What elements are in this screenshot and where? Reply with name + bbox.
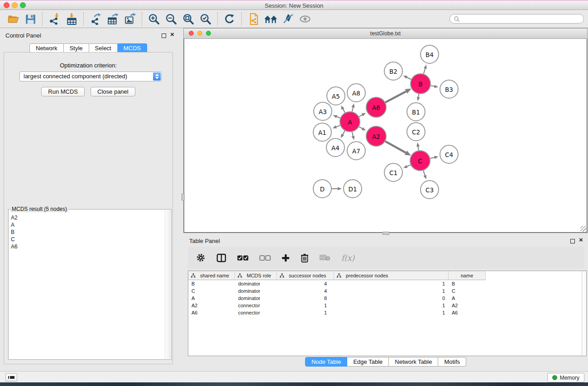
control-panel-title: Control Panel xyxy=(5,32,41,39)
add-row-button[interactable] xyxy=(282,254,290,262)
save-session-button[interactable] xyxy=(22,11,39,27)
table-row[interactable]: Bdominator41B xyxy=(188,280,586,287)
table-cell: A xyxy=(449,295,486,302)
search-box[interactable] xyxy=(449,14,584,24)
result-scrollbar[interactable] xyxy=(165,210,171,359)
column-header-name[interactable]: name xyxy=(449,271,486,280)
tab-network[interactable]: Network xyxy=(29,43,64,53)
export-table-button[interactable] xyxy=(104,11,121,27)
edge-C-C3[interactable] xyxy=(423,171,425,176)
export-image-button[interactable] xyxy=(121,11,139,27)
table-cell: 1 xyxy=(334,309,449,316)
close-table-panel-icon[interactable]: × xyxy=(579,236,583,244)
zoom-in-button[interactable] xyxy=(145,11,163,27)
import-network-button[interactable] xyxy=(46,11,63,27)
network-window-titlebar[interactable]: testGlobe.txt xyxy=(184,29,587,39)
mcds-result-item[interactable]: C xyxy=(10,236,164,243)
task-history-button[interactable] xyxy=(5,373,17,381)
tab-edge-table[interactable]: Edge Table xyxy=(347,357,389,367)
memory-button[interactable]: Memory xyxy=(547,373,584,382)
table-row[interactable]: A6connector11A6 xyxy=(188,309,586,316)
edge-arrow xyxy=(338,187,342,191)
column-header-shared-name[interactable]: shared name xyxy=(188,271,235,280)
close-panel-icon[interactable]: × xyxy=(170,30,174,38)
edge-A-A3[interactable] xyxy=(337,117,340,118)
table-scrollbar[interactable] xyxy=(582,271,586,356)
edge-C-C1[interactable] xyxy=(407,165,411,166)
export-network-button[interactable] xyxy=(87,11,104,27)
edge-B-B2[interactable] xyxy=(407,77,411,79)
network-canvas[interactable]: B4B2BB3B1A5A8A6A3AA1C2A4A7A2C4CC1C3DD1 xyxy=(184,39,587,233)
resize-grip[interactable] xyxy=(580,226,586,232)
float-table-panel-icon[interactable] xyxy=(570,239,575,243)
new-network-from-selection-button[interactable] xyxy=(245,11,262,27)
edge-A-A5[interactable] xyxy=(343,109,345,113)
show-columns-button[interactable] xyxy=(216,253,226,262)
run-mcds-button[interactable]: Run MCDS xyxy=(41,87,85,96)
splitter-handle-bottom[interactable] xyxy=(382,232,389,235)
edge-C-C4[interactable] xyxy=(430,157,435,158)
edge-arrow xyxy=(352,136,355,140)
tab-node-table[interactable]: Node Table xyxy=(305,357,348,367)
edge-B-B3[interactable] xyxy=(431,86,435,86)
edge-A-A2[interactable] xyxy=(359,127,362,129)
mcds-result-item[interactable]: B xyxy=(10,229,164,236)
edge-A2-C[interactable] xyxy=(385,141,406,152)
houses-button[interactable] xyxy=(262,11,279,27)
select-all-button[interactable] xyxy=(237,255,249,261)
edge-C-C2[interactable] xyxy=(418,147,419,151)
control-panel-tabs: NetworkStyleSelectMCDS xyxy=(29,43,147,53)
table-row[interactable]: Cdominator41C xyxy=(188,287,586,295)
deselect-all-button[interactable] xyxy=(259,255,271,261)
tab-motifs[interactable]: Motifs xyxy=(438,357,466,367)
edge-A-A4[interactable] xyxy=(343,131,345,134)
edge-B-B1[interactable] xyxy=(418,94,419,97)
tab-style[interactable]: Style xyxy=(64,43,89,53)
edge-A-A6[interactable] xyxy=(359,115,362,117)
edge-B-B4[interactable] xyxy=(424,69,425,74)
mcds-result-item[interactable]: A2 xyxy=(10,214,164,221)
hide-annotations-button[interactable] xyxy=(279,11,296,27)
column-header-predecessor-nodes[interactable]: predecessor nodes xyxy=(334,271,449,280)
show-details-eye-button[interactable] xyxy=(296,11,314,27)
table-cell: 1 xyxy=(334,302,449,309)
column-header-successor-nodes[interactable]: successor nodes xyxy=(277,271,334,280)
edge-A-A8[interactable] xyxy=(352,107,353,111)
optimization-criterion-select[interactable]: largest connected component (directed) xyxy=(19,71,162,81)
app-titlebar: Session: New Session xyxy=(0,1,588,10)
mcds-result-item[interactable]: A6 xyxy=(10,243,164,250)
open-file-button[interactable] xyxy=(5,11,22,27)
splitter-handle-left[interactable] xyxy=(182,194,185,200)
delete-table-button[interactable] xyxy=(320,254,330,261)
zoom-selected-button[interactable] xyxy=(197,11,214,27)
float-panel-icon[interactable] xyxy=(162,33,166,38)
zoom-fit-button[interactable] xyxy=(180,11,197,27)
edge-A-A7[interactable] xyxy=(352,132,353,136)
refresh-button[interactable] xyxy=(221,11,238,27)
close-panel-button[interactable]: Close panel xyxy=(91,87,135,96)
table-row[interactable]: A2connector11A2 xyxy=(188,302,586,309)
plus-icon xyxy=(282,254,290,262)
delete-row-button[interactable] xyxy=(301,253,309,262)
zoom-out-button[interactable] xyxy=(163,11,180,27)
edge-A-A1[interactable] xyxy=(336,125,340,127)
import-table-button[interactable] xyxy=(63,11,80,27)
zoom-in-icon xyxy=(148,13,160,25)
tab-select[interactable]: Select xyxy=(89,43,118,53)
edge-arrow xyxy=(417,97,420,101)
tab-network-table[interactable]: Network Table xyxy=(389,357,438,367)
node-label-B2: B2 xyxy=(389,68,397,75)
table-panel: Table Panel × f(x) shared nameMCDS roles… xyxy=(183,235,588,371)
table-row[interactable]: Adominator80A xyxy=(188,295,586,302)
column-header-icon xyxy=(280,273,284,278)
table-settings-button[interactable] xyxy=(196,253,206,262)
table-cell: connector xyxy=(235,309,277,316)
column-header-mcds-role[interactable]: MCDS role xyxy=(235,271,277,280)
edge-arrow xyxy=(341,105,344,110)
edge-A6-B[interactable] xyxy=(385,91,406,102)
mcds-result-item[interactable]: A xyxy=(10,221,164,229)
tab-mcds[interactable]: MCDS xyxy=(118,43,147,53)
search-input[interactable] xyxy=(460,16,580,22)
table-cell: dominator xyxy=(235,280,277,287)
function-builder-button[interactable]: f(x) xyxy=(341,253,354,262)
